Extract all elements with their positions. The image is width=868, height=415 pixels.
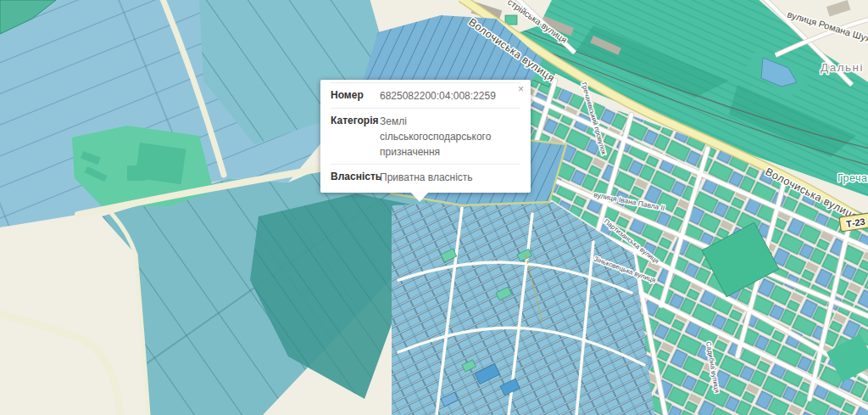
parcel-ownership-value: Приватна власність xyxy=(380,170,520,185)
parcel-number-value: 6825082200:04:008:2259 xyxy=(380,88,520,104)
parcel-info-popup: × Номер 6825082200:04:008:2259 Категорія… xyxy=(320,80,531,193)
place-label: Дальні xyxy=(821,61,864,74)
popup-row-category: Категорія Землі сільськогосподарського п… xyxy=(331,108,520,164)
map-viewport[interactable]: Волочиська вулиця Волочиська вулиця стрі… xyxy=(0,0,868,415)
popup-row-ownership: Власність Приватна власність xyxy=(331,164,520,189)
cadastral-map[interactable]: Волочиська вулиця Волочиська вулиця стрі… xyxy=(0,0,868,415)
popup-row-number: Номер 6825082200:04:008:2259 xyxy=(331,82,520,108)
popup-pointer xyxy=(410,192,429,202)
popup-label: Категорія xyxy=(331,114,380,160)
place-label: Гречани xyxy=(837,172,868,184)
close-icon[interactable]: × xyxy=(516,82,526,96)
popup-label: Власність xyxy=(331,170,380,185)
parcel-category-value: Землі сільськогосподарського призначення xyxy=(380,114,520,160)
popup-label: Номер xyxy=(331,88,380,104)
